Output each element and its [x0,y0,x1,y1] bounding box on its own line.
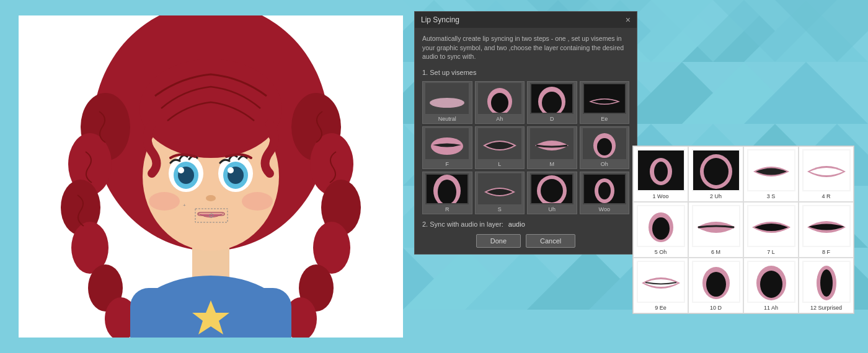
svg-point-76 [228,167,234,173]
right-viseme-2-label: 2 Uh [710,193,722,199]
viseme-ee-label: Ee [601,116,608,122]
viseme-grid: Neutral Ah [422,81,629,214]
audio-value: audio [508,220,525,228]
svg-point-125 [706,272,726,297]
svg-point-97 [597,138,612,155]
svg-text:+: + [183,203,186,208]
right-viseme-6-label: 6 M [711,249,720,255]
svg-point-67 [242,192,273,211]
right-viseme-3[interactable]: 3 S [743,146,799,202]
right-viseme-7-label: 7 L [767,249,775,255]
viseme-ah-label: Ah [496,116,503,122]
viseme-s-label: S [498,206,502,212]
viseme-uh[interactable]: Uh [527,172,577,214]
right-viseme-3-label: 3 S [767,193,776,199]
svg-point-86 [491,93,508,113]
svg-point-131 [820,269,833,297]
right-viseme-5[interactable]: 5 Oh [633,202,688,258]
dialog-titlebar: Lip Syncing × [415,12,637,28]
right-viseme-1-label: 1 Woo [653,193,669,199]
close-button[interactable]: × [626,15,631,24]
viseme-neutral-label: Neutral [438,116,456,122]
right-viseme-7[interactable]: 7 L [743,202,799,258]
svg-point-66 [149,192,180,211]
cancel-button[interactable]: Cancel [526,234,575,248]
svg-point-110 [654,162,668,181]
viseme-r-label: R [445,206,450,212]
svg-point-104 [541,179,563,203]
right-viseme-8[interactable]: 8 F [799,202,854,258]
canvas-area: + [19,15,403,338]
svg-point-113 [704,158,728,185]
viseme-l-label: L [498,161,501,167]
right-viseme-11-label: 11 Ah [764,305,778,311]
right-viseme-10[interactable]: 10 D [688,258,743,313]
svg-point-77 [206,195,216,201]
right-viseme-11[interactable]: 11 Ah [743,258,799,313]
right-viseme-9[interactable]: 9 Ee [633,258,688,313]
svg-point-107 [598,182,611,199]
right-viseme-12-label: 12 Surprised [810,305,842,311]
viseme-d-label: D [550,116,554,122]
audio-row: 2. Sync with audio in layer: audio [422,220,629,228]
right-viseme-panel: 1 Woo 2 Uh 3 S [632,146,854,314]
viseme-r[interactable]: R [422,172,472,214]
done-button[interactable]: Done [476,234,521,248]
lip-sync-dialog: Lip Syncing × Automatically create lip s… [414,11,637,255]
right-viseme-4[interactable]: 4 R [799,146,854,202]
right-viseme-2[interactable]: 2 Uh [688,146,743,202]
viseme-woo[interactable]: Woo [580,172,630,214]
right-viseme-5-label: 5 Oh [655,249,667,255]
dialog-description: Automatically create lip syncing in two … [422,34,629,61]
viseme-f[interactable]: F [422,126,472,169]
viseme-woo-label: Woo [599,206,610,212]
viseme-neutral[interactable]: Neutral [422,81,472,124]
viseme-uh-label: Uh [548,206,556,212]
viseme-ee[interactable]: Ee [580,81,630,124]
viseme-ah[interactable]: Ah [475,81,525,124]
dialog-buttons: Done Cancel [422,234,629,248]
viseme-m-label: M [550,161,555,167]
viseme-l[interactable]: L [475,126,525,169]
viseme-f-label: F [446,161,450,167]
section1-label: 1. Set up visemes [422,69,629,76]
right-viseme-9-label: 9 Ee [655,305,666,311]
viseme-s[interactable]: S [475,172,525,214]
right-viseme-10-label: 10 D [710,305,722,311]
right-viseme-12[interactable]: 12 Surprised [799,258,854,313]
dialog-title: Lip Syncing [421,15,459,24]
viseme-oh-label: Oh [601,161,608,167]
svg-point-118 [652,217,670,240]
right-viseme-4-label: 4 R [822,193,830,199]
svg-point-72 [178,167,184,173]
viseme-m[interactable]: M [527,126,577,169]
right-viseme-1[interactable]: 1 Woo [633,146,688,202]
svg-point-128 [760,271,782,298]
viseme-d[interactable]: D [527,81,577,124]
right-viseme-grid: 1 Woo 2 Uh 3 S [633,146,854,313]
viseme-oh[interactable]: Oh [580,126,630,169]
right-viseme-6[interactable]: 6 M [688,202,743,258]
audio-label: 2. Sync with audio in layer: [422,220,503,228]
right-viseme-8-label: 8 F [822,249,830,255]
